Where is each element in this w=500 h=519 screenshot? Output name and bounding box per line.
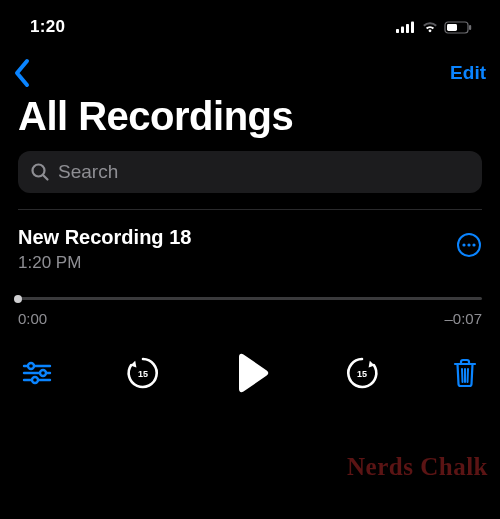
playback-scrubber[interactable]: 0:00 –0:07 xyxy=(0,273,500,327)
svg-point-11 xyxy=(467,243,470,246)
elapsed-time: 0:00 xyxy=(18,310,47,327)
skip-back-button[interactable]: 15 xyxy=(124,354,162,392)
cellular-icon xyxy=(396,21,416,33)
svg-point-12 xyxy=(472,243,475,246)
svg-rect-3 xyxy=(411,22,414,34)
status-bar: 1:20 xyxy=(0,0,500,46)
search-box[interactable] xyxy=(18,151,482,193)
recording-title: New Recording 18 xyxy=(18,226,191,249)
remaining-time: –0:07 xyxy=(444,310,482,327)
svg-line-19 xyxy=(462,369,463,382)
play-icon xyxy=(233,353,271,393)
svg-point-16 xyxy=(40,370,46,376)
search-icon xyxy=(30,162,50,182)
status-time: 1:20 xyxy=(30,17,65,37)
search-container xyxy=(18,151,482,193)
svg-rect-0 xyxy=(396,29,399,33)
svg-point-18 xyxy=(32,377,38,383)
watermark: Nerds Chalk xyxy=(347,453,488,481)
svg-rect-5 xyxy=(447,24,457,31)
sliders-icon xyxy=(22,361,52,385)
back-button[interactable] xyxy=(8,58,36,88)
svg-rect-2 xyxy=(406,24,409,33)
playback-controls: 15 15 xyxy=(0,327,500,393)
trash-icon xyxy=(452,358,478,388)
skip-back-15-icon: 15 xyxy=(124,354,162,392)
skip-forward-button[interactable]: 15 xyxy=(343,354,381,392)
svg-line-21 xyxy=(468,369,469,382)
page-title: All Recordings xyxy=(0,94,500,151)
status-icons xyxy=(396,21,472,34)
nav-bar: Edit xyxy=(0,46,500,94)
playback-options-button[interactable] xyxy=(22,361,52,385)
recording-item: New Recording 18 1:20 PM xyxy=(0,210,500,273)
more-options-button[interactable] xyxy=(456,232,482,262)
skip-back-seconds: 15 xyxy=(137,369,147,379)
skip-forward-15-icon: 15 xyxy=(343,354,381,392)
scrubber-track xyxy=(18,297,482,300)
skip-forward-seconds: 15 xyxy=(356,369,366,379)
svg-line-8 xyxy=(43,175,47,179)
svg-rect-1 xyxy=(401,27,404,34)
battery-icon xyxy=(444,21,472,34)
edit-button[interactable]: Edit xyxy=(450,62,486,84)
scrubber-thumb[interactable] xyxy=(14,295,22,303)
search-input[interactable] xyxy=(58,161,470,183)
wifi-icon xyxy=(421,21,439,33)
svg-point-14 xyxy=(28,363,34,369)
svg-rect-6 xyxy=(469,25,471,30)
chevron-left-icon xyxy=(8,58,36,88)
ellipsis-circle-icon xyxy=(456,232,482,258)
recording-timestamp: 1:20 PM xyxy=(18,253,191,273)
delete-button[interactable] xyxy=(452,358,478,388)
play-button[interactable] xyxy=(233,353,271,393)
svg-point-10 xyxy=(462,243,465,246)
